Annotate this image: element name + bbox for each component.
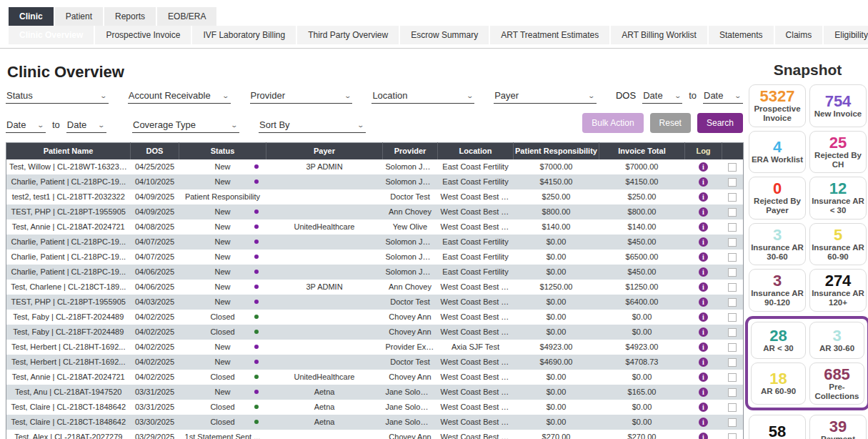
snapshot-card-ar-60-90[interactable]: 18AR 60-90 [751, 362, 806, 405]
tab-ivf-laboratory-billing[interactable]: IVF Laboratory Billing [192, 26, 296, 44]
row-checkbox[interactable] [728, 298, 737, 307]
location-cell: West Coast Best C... [438, 280, 514, 295]
to-date-select[interactable]: Date ⌄ [66, 118, 106, 133]
search-button[interactable]: Search [697, 113, 743, 133]
invoice-total-cell: $250.00 [599, 189, 685, 204]
info-icon[interactable]: i [699, 252, 708, 262]
tab-claims[interactable]: Claims [775, 26, 823, 44]
snapshot-card-collections[interactable]: 58Collections [749, 415, 806, 439]
patient-name-cell: test2, test1 | CL-218TT-2032322 [6, 189, 131, 204]
status-filter-select[interactable]: Status ⌄ [6, 89, 109, 104]
tab-patient[interactable]: Patient [55, 7, 103, 26]
row-checkbox[interactable] [728, 208, 737, 217]
row-checkbox[interactable] [728, 178, 737, 187]
status-text: New [214, 177, 230, 186]
info-icon[interactable]: i [699, 297, 708, 307]
row-checkbox[interactable] [728, 328, 737, 337]
tab-art-treatment-estimates[interactable]: ART Treatment Estimates [490, 26, 609, 44]
status-cell: New [179, 220, 266, 235]
info-icon[interactable]: i [699, 162, 708, 172]
table-row: Test, Claire | CL-218CT-184864203/31/202… [6, 400, 744, 415]
tab-reports[interactable]: Reports [104, 7, 156, 26]
reset-button[interactable]: Reset [650, 113, 691, 133]
row-checkbox[interactable] [728, 373, 737, 382]
row-checkbox[interactable] [728, 403, 737, 412]
row-checkbox[interactable] [728, 283, 737, 292]
info-icon[interactable]: i [699, 222, 708, 232]
row-checkbox[interactable] [728, 253, 737, 262]
row-checkbox[interactable] [728, 223, 737, 232]
location-cell: West Coast Best C... [438, 310, 514, 325]
snapshot-card-insurance-ar-30[interactable]: 12Insurance AR < 30 [809, 177, 867, 220]
snapshot-card-ar-30-60[interactable]: 3AR 30-60 [809, 322, 864, 359]
coverage-type-filter-select[interactable]: Coverage Type ⌄ [132, 118, 239, 133]
tab-eob-era[interactable]: EOB/ERA [157, 7, 216, 26]
snapshot-title: Snapshot [749, 61, 867, 79]
tab-escrow-summary[interactable]: Escrow Summary [400, 26, 489, 44]
info-icon[interactable]: i [699, 177, 708, 187]
account-receivable-filter-select[interactable]: Account Receivable ⌄ [128, 89, 231, 104]
status-text: New [214, 267, 230, 276]
location-filter-select[interactable]: Location ⌄ [371, 89, 474, 104]
row-checkbox[interactable] [728, 193, 737, 202]
snapshot-card-insurance-ar-90-120[interactable]: 3Insurance AR 90-120 [749, 269, 806, 312]
info-icon[interactable]: i [699, 312, 708, 322]
row-checkbox[interactable] [728, 358, 737, 367]
snapshot-card-era-worklist[interactable]: 4ERA Worklist [749, 131, 806, 174]
row-checkbox[interactable] [728, 433, 737, 439]
row-checkbox[interactable] [728, 313, 737, 322]
info-icon[interactable]: i [699, 388, 708, 397]
dos-cell: 04/09/2025 [131, 189, 179, 204]
snapshot-card-value: 58 [751, 423, 804, 439]
tab-clinic[interactable]: Clinic [9, 7, 54, 26]
dos-from-date-select[interactable]: Date ⌄ [642, 89, 682, 104]
snapshot-card-payment-plans[interactable]: 39Payment Plans [809, 415, 867, 439]
row-checkbox[interactable] [728, 418, 737, 427]
tab-third-party-overview[interactable]: Third Party Overview [297, 26, 399, 44]
snapshot-card-insurance-ar-60-90[interactable]: 5Insurance AR 60-90 [809, 223, 867, 266]
row-checkbox[interactable] [728, 163, 737, 172]
info-icon[interactable]: i [699, 282, 708, 292]
snapshot-card-ar-30[interactable]: 28AR < 30 [751, 322, 806, 359]
row-checkbox[interactable] [728, 238, 737, 247]
status-dot [254, 179, 259, 184]
info-icon[interactable]: i [699, 327, 708, 337]
info-icon[interactable]: i [699, 433, 708, 439]
info-icon[interactable]: i [699, 207, 708, 217]
info-icon[interactable]: i [699, 342, 708, 352]
provider-filter-select[interactable]: Provider ⌄ [250, 89, 353, 104]
row-checkbox[interactable] [728, 388, 737, 397]
dos-to-date-select[interactable]: Date ⌄ [703, 89, 743, 104]
dos-cell: 03/31/2025 [131, 385, 179, 400]
tab-art-billing-worklist[interactable]: ART Billing Worklist [611, 26, 707, 44]
snapshot-card-new-invoice[interactable]: 754New Invoice [809, 84, 867, 127]
info-icon[interactable]: i [699, 373, 708, 382]
snapshot-card-value: 274 [812, 272, 864, 289]
tab-eligibility[interactable]: Eligibility [824, 26, 868, 44]
patient-responsibility-cell: $0.00 [514, 370, 599, 385]
dos-cell: 04/03/2025 [131, 295, 179, 310]
tab-prospective-invoice[interactable]: Prospective Invoice [95, 26, 191, 44]
info-icon[interactable]: i [699, 237, 708, 247]
snapshot-card-rejected-by-ch[interactable]: 25Rejected By CH [809, 131, 867, 174]
payer-filter-select[interactable]: Payer ⌄ [494, 89, 597, 104]
from-date-select[interactable]: Date ⌄ [6, 118, 46, 133]
snapshot-card-rejected-by-payer[interactable]: 0Rejected By Payer [749, 177, 806, 220]
info-icon[interactable]: i [699, 418, 708, 427]
snapshot-card-insurance-ar-30-60[interactable]: 3Insurance AR 30-60 [749, 223, 806, 266]
row-checkbox[interactable] [728, 268, 737, 277]
info-icon[interactable]: i [699, 267, 708, 277]
patient-responsibility-cell: $1250.00 [514, 280, 599, 295]
info-icon[interactable]: i [699, 192, 708, 202]
snapshot-card-prospective-invoice[interactable]: 5327Prospective Invoice [749, 84, 806, 127]
info-icon[interactable]: i [699, 403, 708, 412]
tab-statements[interactable]: Statements [709, 26, 774, 44]
snapshot-card-insurance-ar-120[interactable]: 274Insurance AR 120+ [809, 269, 867, 312]
row-checkbox[interactable] [728, 343, 737, 352]
info-icon[interactable]: i [699, 357, 708, 367]
bulk-action-button[interactable]: Bulk Action [582, 113, 643, 133]
snapshot-card-pre-collections[interactable]: 685Pre-Collections [809, 362, 864, 405]
column-header-status: Status [179, 143, 266, 159]
tab-clinic-overview[interactable]: Clinic Overview [9, 26, 94, 44]
sort-by-filter-select[interactable]: Sort By ⌄ [259, 118, 366, 133]
